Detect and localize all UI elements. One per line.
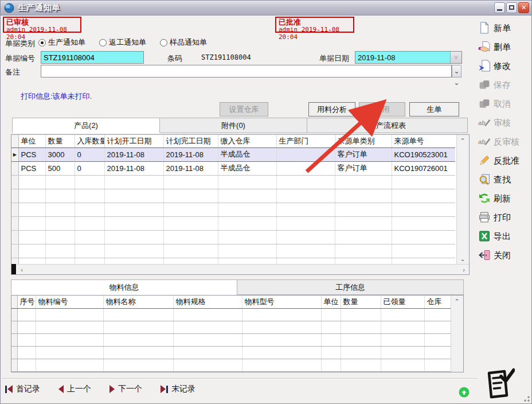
table-cell	[45, 216, 75, 230]
audited-stamp-title: 已审核	[6, 18, 78, 26]
empty-row[interactable]	[11, 359, 452, 371]
approved-stamp-title: 已批准	[279, 18, 351, 26]
table-cell	[335, 175, 392, 189]
empty-row[interactable]	[11, 244, 455, 258]
nav-next-record[interactable]: 下一个	[109, 384, 142, 394]
product-table: 单位数量入库数量计划开工日期计划完工日期缴入仓库生产部门来源单类别来源单号▶PC…	[11, 135, 455, 265]
empty-row[interactable]	[11, 346, 452, 359]
table-cell	[104, 189, 163, 203]
sidebar-item-printer[interactable]: 打印	[478, 208, 532, 227]
table-row[interactable]: ▶PCS300002019-11-082019-11-08半成品仓客户订单KCO…	[11, 147, 455, 161]
remark-input[interactable]	[41, 65, 452, 77]
empty-row[interactable]	[11, 321, 452, 333]
table-cell: 2019-11-08	[104, 161, 163, 175]
sidebar-item-excel[interactable]: 导出	[478, 227, 532, 246]
empty-row[interactable]	[11, 230, 455, 244]
row-marker-cell	[11, 203, 18, 216]
action-button-3: 引用	[359, 102, 405, 116]
table-cell	[335, 244, 392, 258]
empty-row[interactable]	[11, 308, 452, 321]
tab-top-tabs-3[interactable]: 生产流程表	[307, 118, 468, 133]
radio-circle-icon[interactable]	[99, 39, 107, 46]
table-cell	[242, 308, 321, 321]
sidebar-item-search[interactable]: 查找	[478, 170, 532, 189]
sidebar-item-edit-doc[interactable]: 修改	[478, 57, 532, 76]
category-radio-1[interactable]: 返工通知单	[99, 37, 146, 48]
column-header: 单位	[321, 296, 341, 308]
nav-previous-record[interactable]: 上一个	[58, 384, 91, 394]
table-cell	[104, 175, 163, 189]
empty-row[interactable]	[11, 216, 455, 230]
table-cell: 0	[75, 161, 104, 175]
table-cell	[321, 308, 341, 321]
scroll-right-icon[interactable]: ›	[459, 265, 469, 275]
scroll-down-icon[interactable]: ⌄	[457, 254, 468, 264]
table-cell	[335, 203, 392, 216]
printer-icon	[478, 211, 491, 225]
category-radio-0[interactable]: 生产通知单	[38, 37, 85, 48]
sidebar-item-new-doc[interactable]: 新单	[478, 19, 532, 38]
audited-stamp: 已审核 admin 2019-11-08 20:04	[3, 17, 81, 33]
sidebar-item-label: 刷新	[494, 193, 511, 204]
tab-bottom-tabs-2[interactable]: 工序信息	[237, 279, 464, 295]
chevron-down-icon[interactable]: ˅	[450, 52, 461, 63]
tab-bottom-tabs-1[interactable]: 物料信息	[11, 279, 237, 295]
empty-row[interactable]	[11, 175, 455, 189]
category-radio-2[interactable]: 样品通知单	[160, 37, 207, 48]
table-cell	[341, 333, 381, 346]
sidebar-item-label: 反审核	[494, 137, 519, 147]
action-button-4[interactable]: 生单	[409, 102, 459, 116]
empty-row[interactable]	[11, 189, 455, 203]
remark-expand-button[interactable]: ⌄⌄	[452, 65, 461, 77]
grid-splitter-handle[interactable]	[11, 264, 16, 274]
table-row[interactable]: PCS50002019-11-082019-11-08半成品仓客户订单KCO19…	[11, 161, 455, 175]
sidebar-item-refresh[interactable]: 刷新	[478, 189, 532, 208]
tab-top-tabs-2[interactable]: 附件(0)	[159, 118, 307, 133]
column-header: 数量	[341, 296, 381, 308]
resize-grip[interactable]	[522, 394, 530, 402]
radio-circle-icon[interactable]	[38, 39, 46, 46]
empty-row[interactable]	[11, 203, 455, 216]
table-cell	[424, 308, 452, 321]
sidebar-item-pencil[interactable]: 反批准	[478, 152, 532, 170]
audit-icon: ab	[478, 116, 491, 130]
sidebar-item-label: 打印	[494, 212, 511, 223]
footer-separator	[2, 378, 478, 379]
table-cell: 2019-11-08	[163, 147, 218, 161]
table-cell	[341, 359, 381, 371]
table-cell	[276, 189, 335, 203]
category-radio-label: 生产通知单	[48, 37, 85, 48]
sidebar-item-delete-doc[interactable]: 删单	[478, 38, 532, 57]
row-marker-cell	[11, 230, 18, 244]
maximize-button[interactable]	[506, 2, 517, 13]
delete-doc-icon	[478, 41, 491, 55]
action-button-2[interactable]: 用料分析	[308, 102, 355, 116]
table-cell	[75, 230, 104, 244]
first-record-icon	[5, 385, 13, 393]
table-cell: PCS	[18, 161, 45, 175]
doc-no-input[interactable]	[41, 51, 144, 64]
row-marker-cell	[11, 359, 17, 371]
empty-row[interactable]	[11, 333, 452, 346]
scroll-left-icon[interactable]: ‹	[17, 265, 27, 275]
product-hscrollbar[interactable]: ‹ ›	[17, 264, 469, 274]
scroll-up-icon[interactable]: ⌃	[457, 135, 468, 146]
table-cell	[392, 216, 455, 230]
date-combo[interactable]: 2019-11-08 ˅	[355, 51, 462, 64]
remark-label: 备注	[5, 67, 20, 77]
table-cell	[276, 230, 335, 244]
column-header: 已领量	[381, 296, 424, 308]
table-cell	[17, 346, 36, 359]
material-vscrollbar[interactable]: ⌃	[451, 296, 463, 372]
nav-last-record[interactable]: 末记录	[161, 384, 195, 394]
sidebar-item-close-door[interactable]: 关闭	[478, 246, 532, 265]
close-button[interactable]: ✕	[518, 2, 529, 13]
tab-top-tabs-1[interactable]: 产品(2)	[12, 118, 160, 133]
nav-first-record[interactable]: 首记录	[5, 384, 40, 394]
table-cell	[163, 216, 218, 230]
table-cell	[218, 175, 276, 189]
radio-circle-icon[interactable]	[160, 39, 167, 46]
scroll-up-icon[interactable]: ⌃	[452, 296, 462, 306]
minimize-button[interactable]	[494, 2, 505, 13]
product-vscrollbar[interactable]: ⌃ ⌄	[456, 135, 469, 265]
